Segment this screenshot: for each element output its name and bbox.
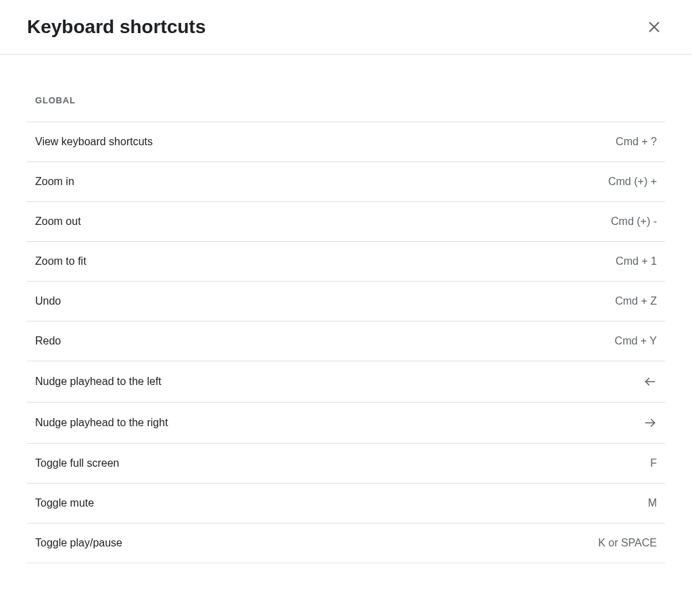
close-button[interactable]	[643, 16, 665, 38]
shortcut-key: Cmd + ?	[616, 136, 657, 148]
shortcut-key	[643, 375, 657, 388]
shortcut-key: Cmd + Z	[615, 295, 657, 307]
shortcut-row: RedoCmd + Y	[27, 321, 665, 361]
shortcut-row: Zoom outCmd (+) -	[27, 201, 665, 241]
shortcut-key: Cmd + Y	[615, 335, 657, 347]
shortcut-label: Nudge playhead to the left	[35, 376, 162, 388]
shortcut-label: Zoom out	[35, 215, 81, 228]
shortcut-key: Cmd (+) +	[608, 176, 657, 188]
shortcut-row: UndoCmd + Z	[27, 281, 665, 321]
shortcut-label: Redo	[35, 335, 61, 347]
shortcut-key: Cmd (+) -	[611, 215, 657, 228]
dialog-title: Keyboard shortcuts	[27, 16, 206, 38]
shortcut-key: M	[648, 497, 657, 509]
arrow-left-icon	[643, 375, 657, 388]
shortcut-label: View keyboard shortcuts	[35, 136, 153, 148]
shortcut-key: F	[650, 457, 657, 469]
shortcut-row: Toggle play/pauseK or SPACE	[27, 523, 665, 563]
shortcut-row: Toggle full screenF	[27, 443, 665, 483]
shortcut-row: Zoom to fitCmd + 1	[27, 241, 665, 281]
close-icon	[646, 19, 662, 35]
shortcut-key: Cmd + 1	[616, 255, 657, 267]
shortcut-label: Nudge playhead to the right	[35, 417, 168, 429]
shortcuts-content: GLOBAL View keyboard shortcutsCmd + ?Zoo…	[0, 55, 692, 563]
shortcut-key	[643, 416, 657, 430]
shortcut-row: Nudge playhead to the left	[27, 361, 665, 402]
shortcut-label: Toggle play/pause	[35, 537, 122, 549]
shortcut-row: Zoom inCmd (+) +	[27, 161, 665, 201]
shortcut-row: Nudge playhead to the right	[27, 402, 665, 443]
shortcut-label: Zoom in	[35, 176, 74, 188]
arrow-right-icon	[643, 416, 657, 430]
section-header-global: GLOBAL	[27, 55, 665, 122]
shortcut-label: Toggle mute	[35, 497, 94, 509]
shortcut-label: Undo	[35, 295, 61, 307]
shortcut-row: Toggle muteM	[27, 483, 665, 523]
shortcuts-list: View keyboard shortcutsCmd + ?Zoom inCmd…	[27, 122, 665, 563]
dialog-header: Keyboard shortcuts	[0, 0, 692, 55]
shortcut-key: K or SPACE	[598, 537, 657, 549]
shortcut-label: Toggle full screen	[35, 457, 120, 469]
shortcut-label: Zoom to fit	[35, 255, 86, 267]
shortcut-row: View keyboard shortcutsCmd + ?	[27, 122, 665, 161]
